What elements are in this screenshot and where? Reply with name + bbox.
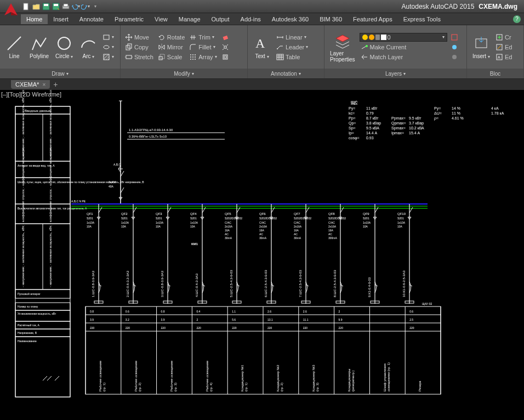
erase-button[interactable] xyxy=(220,33,230,42)
insert-block-button[interactable]: Insert ▾ xyxy=(470,33,492,60)
create-block-button[interactable]: Cr xyxy=(494,33,513,42)
table-desc: Рабочее освещение(гр. 3) xyxy=(170,360,177,391)
qat-new-icon[interactable] xyxy=(22,2,31,11)
svg-text:S202/DDA202: S202/DDA202 xyxy=(259,217,277,220)
svg-text:30mA: 30mA xyxy=(259,236,267,240)
array-button[interactable]: Array ▾ xyxy=(188,53,218,61)
panel-block-label[interactable]: Bloc xyxy=(467,69,523,78)
circuit-table: 0.80.60.80.41.12.62.620.63.93.23.925.613… xyxy=(86,302,441,394)
drawing-content: Вводные данные - напряжение; - активная … xyxy=(0,90,524,420)
svg-text:3.8 кВар: 3.8 кВар xyxy=(366,121,381,126)
ellipse-button[interactable]: ▾ xyxy=(101,43,115,52)
tab-parametric[interactable]: Parametric xyxy=(109,14,149,24)
qat-undo-icon[interactable]: ▾ xyxy=(71,2,80,11)
panel-draw-label[interactable]: Draw▾ xyxy=(0,69,120,78)
color-swatch-icon xyxy=(381,35,386,40)
offset-button[interactable] xyxy=(220,53,230,61)
layer-off-button[interactable] xyxy=(449,53,459,61)
svg-text:16A: 16A xyxy=(259,229,265,232)
qat-open-icon[interactable] xyxy=(32,2,41,11)
svg-rect-32 xyxy=(277,54,283,60)
table-cell: 0.8 xyxy=(90,310,94,313)
svg-text:5.ШС-2.5-4.3-9-03: 5.ШС-2.5-4.3-9-03 xyxy=(230,270,233,297)
svg-text:S202/DDA202: S202/DDA202 xyxy=(294,217,311,220)
copy-button[interactable]: Copy xyxy=(124,43,155,52)
tab-home[interactable]: Home xyxy=(21,14,48,24)
svg-text:10.2 кВА: 10.2 кВА xyxy=(409,126,424,130)
tab-view[interactable]: View xyxy=(149,14,173,24)
qat-saveas-icon[interactable] xyxy=(52,2,60,11)
explode-button[interactable] xyxy=(220,43,230,52)
svg-text:1x10A: 1x10A xyxy=(121,221,129,224)
new-tab-button[interactable]: + xyxy=(51,80,60,89)
panel-annotation-label[interactable]: Annotation▾ xyxy=(248,69,324,78)
mirror-button[interactable]: Mirror xyxy=(157,43,186,52)
table-cell: 0.8 xyxy=(161,310,165,313)
svg-text:10A: 10A xyxy=(156,225,161,228)
move-button[interactable]: Move xyxy=(124,33,155,42)
match-layer-button[interactable]: Match Layer xyxy=(360,53,447,61)
tab-bim360[interactable]: BIM 360 xyxy=(314,14,348,24)
scale-button[interactable]: Scale xyxy=(157,53,186,61)
edit-block-button[interactable]: Ed xyxy=(494,43,513,52)
fillet-button[interactable]: Fillet ▾ xyxy=(188,43,218,52)
polyline-button[interactable]: Polyline xyxy=(27,33,51,60)
rotate-button[interactable]: Rotate xyxy=(157,33,186,42)
svg-point-34 xyxy=(366,45,368,47)
rectangle-button[interactable]: ▾ xyxy=(101,33,115,42)
svg-point-24 xyxy=(192,59,193,60)
svg-text:0.93: 0.93 xyxy=(366,136,374,140)
bulb-icon xyxy=(362,35,368,40)
qat-save-icon[interactable] xyxy=(42,2,50,11)
stretch-button[interactable]: Stretch xyxy=(124,53,155,61)
svg-text:4.ШС-0.4-2-3А3: 4.ШС-0.4-2-3А3 xyxy=(195,273,198,297)
svg-text:Установленная
мощность, кВт: Установленная мощность, кВт xyxy=(18,312,56,315)
tab-addins[interactable]: Add-ins xyxy=(235,14,266,24)
tab-featuredapps[interactable]: Featured Apps xyxy=(348,14,398,24)
file-tab[interactable]: CXEMA* × xyxy=(11,80,50,89)
line-button[interactable]: Line xyxy=(3,33,25,60)
qat-customize-icon[interactable]: ▾ xyxy=(91,2,100,11)
tab-autodesk360[interactable]: Autodesk 360 xyxy=(266,14,314,24)
svg-text:AC: AC xyxy=(294,232,298,236)
table-cell: 220 xyxy=(267,326,272,330)
layer-selector[interactable]: 0 ▾ xyxy=(360,33,447,42)
table-cell: 220 xyxy=(303,326,308,330)
hatch-button[interactable]: ▾ xyxy=(101,53,115,61)
tab-output[interactable]: Output xyxy=(206,14,235,24)
panel-layers: Layer Properties 0 ▾ Make Current Match … xyxy=(324,25,467,78)
svg-text:2x16A: 2x16A xyxy=(328,225,337,228)
drawing-canvas[interactable]: [–][Top][2D Wireframe] Вводные данные - … xyxy=(0,90,524,420)
layer-freeze-button[interactable] xyxy=(449,43,459,52)
svg-text:S202/DDA202: S202/DDA202 xyxy=(328,217,346,220)
svg-text:Pу=: Pу= xyxy=(349,106,355,111)
help-icon[interactable]: ? xyxy=(513,15,521,23)
qat-plot-icon[interactable] xyxy=(61,2,70,11)
app-menu-icon[interactable] xyxy=(2,1,20,19)
current-layer: 0 xyxy=(388,34,391,41)
layer-properties-button[interactable]: Layer Properties xyxy=(328,31,357,64)
svg-point-36 xyxy=(452,45,457,49)
arc-button[interactable]: Arc ▾ xyxy=(77,33,99,60)
text-button[interactable]: AText ▾ xyxy=(251,33,273,60)
svg-point-8 xyxy=(58,37,70,49)
svg-text:Iрmax=: Iрmax= xyxy=(391,131,404,135)
panel-layers-label[interactable]: Layers▾ xyxy=(324,69,466,78)
panel-modify-label[interactable]: Modify▾ xyxy=(121,69,247,78)
tab-insert[interactable]: Insert xyxy=(48,14,74,24)
linear-dim-button[interactable]: Linear ▾ xyxy=(275,33,309,42)
tab-expresstools[interactable]: Express Tools xyxy=(398,14,446,24)
circle-button[interactable]: Circle ▾ xyxy=(53,33,75,60)
tab-manage[interactable]: Manage xyxy=(173,14,206,24)
layer-iso-button[interactable] xyxy=(449,33,459,42)
close-tab-icon[interactable]: × xyxy=(42,82,45,88)
make-current-button[interactable]: Make Current xyxy=(360,43,447,52)
tab-annotate[interactable]: Annotate xyxy=(74,14,109,24)
qat-redo-icon[interactable]: ▾ xyxy=(81,2,90,11)
leader-button[interactable]: Leader ▾ xyxy=(275,43,309,52)
table-cell: 11.1 xyxy=(303,318,309,321)
edit-attr-button[interactable]: AEd xyxy=(494,53,513,61)
svg-text:16A: 16A xyxy=(225,229,230,232)
trim-button[interactable]: Trim ▾ xyxy=(188,33,218,42)
table-button[interactable]: Table xyxy=(275,53,309,61)
